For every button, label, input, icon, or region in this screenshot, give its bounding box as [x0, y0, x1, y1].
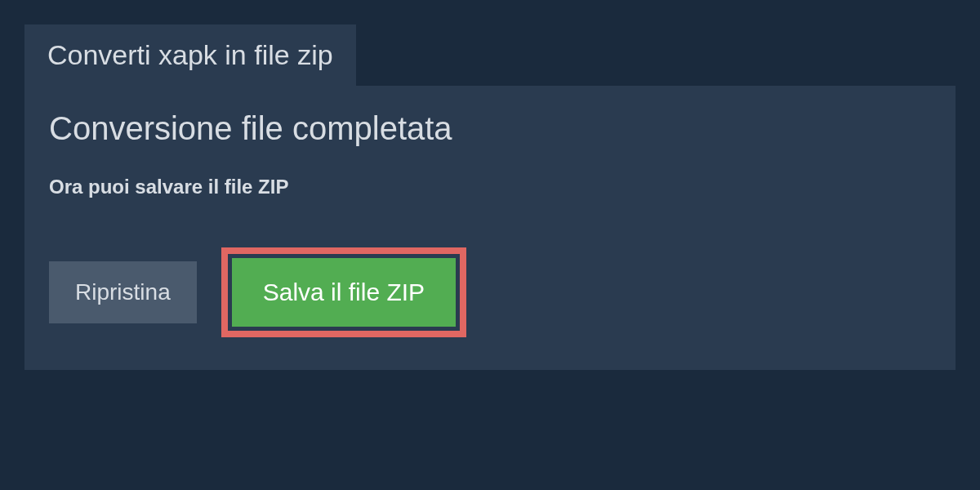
button-row: Ripristina Salva il file ZIP	[49, 247, 931, 337]
main-container: Converti xapk in file zip Conversione fi…	[0, 0, 980, 370]
tab-label: Converti xapk in file zip	[47, 39, 333, 70]
conversion-panel: Conversione file completata Ora puoi sal…	[24, 86, 956, 370]
reset-button[interactable]: Ripristina	[49, 261, 197, 323]
panel-heading: Conversione file completata	[49, 110, 931, 147]
save-button[interactable]: Salva il file ZIP	[232, 258, 456, 327]
panel-subtext: Ora puoi salvare il file ZIP	[49, 176, 931, 198]
save-button-highlight: Salva il file ZIP	[221, 247, 466, 337]
tab-convert[interactable]: Converti xapk in file zip	[24, 24, 356, 86]
